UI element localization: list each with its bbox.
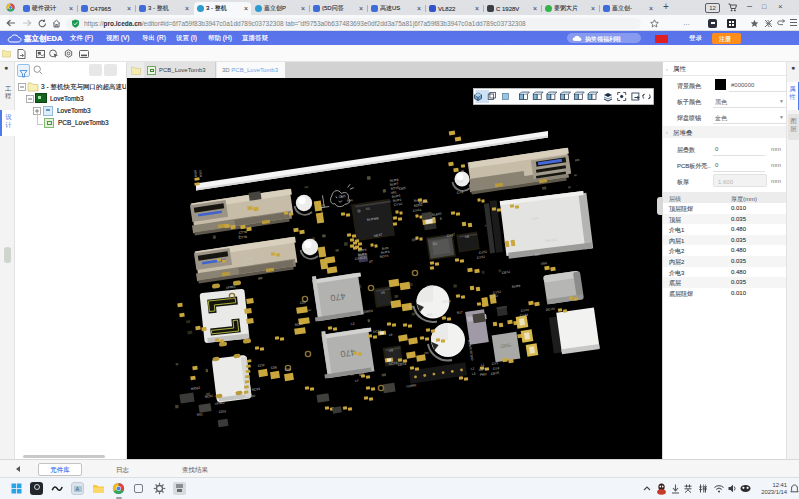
svg-text:U8: U8: [465, 234, 470, 239]
svg-text:U9: U9: [389, 348, 394, 353]
svg-text:U5: U5: [381, 290, 386, 295]
svg-text:XT: XT: [369, 259, 374, 264]
svg-text:Q3: Q3: [409, 304, 414, 309]
svg-text:Q1: Q1: [433, 241, 438, 246]
svg-text:U1: U1: [366, 206, 371, 211]
